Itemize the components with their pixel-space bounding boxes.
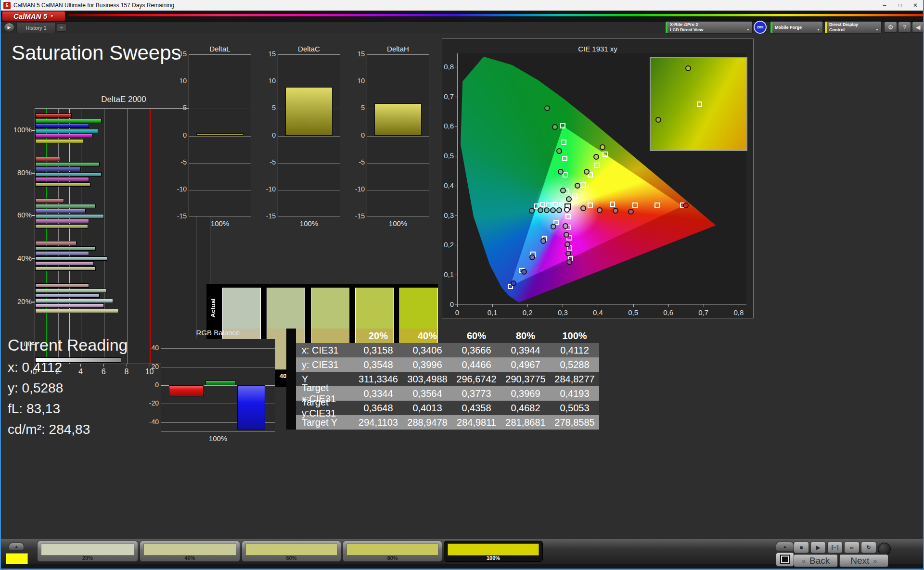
calman-logo-button[interactable]: CalMAN 5 ▼ (2, 11, 65, 21)
level-button-80%[interactable]: 80% (343, 541, 442, 562)
deltae-bar (35, 293, 100, 298)
target-point-green (561, 139, 566, 145)
y-tick-label: 0,1 (442, 270, 454, 279)
rgb-balance-title: RGB Balance (161, 329, 275, 337)
group-label: 80% (11, 168, 32, 177)
row-label: Target y:CIE31 (296, 397, 354, 419)
back-button[interactable]: « Back (794, 554, 838, 567)
axis-tick (455, 215, 457, 216)
deltae-bar (35, 224, 88, 228)
measured-point-yellow (600, 144, 605, 150)
target-point-cyan (559, 203, 564, 208)
axis-tick (704, 304, 704, 307)
level-button-100%[interactable]: 100% (444, 541, 543, 562)
actual-swatch (267, 288, 305, 329)
axis-tick (455, 186, 457, 186)
measured-point-magenta (566, 259, 572, 265)
rgb-bar (237, 385, 265, 430)
table-cell: 0,3548 (354, 359, 403, 370)
next-button[interactable]: Next » (839, 554, 888, 567)
row-label: y: CIE31 (296, 359, 354, 370)
x-tick-label: 0,3 (554, 308, 571, 317)
inset-measured-point (655, 117, 661, 123)
source-selector[interactable]: Mobile Forge ▼ (770, 21, 823, 34)
table-cell: 0,3996 (403, 359, 452, 370)
table-cell: 0,3344 (354, 388, 403, 399)
workflow-nav-button[interactable]: ▶ (4, 23, 14, 32)
x-tick-label: 0,7 (695, 308, 712, 317)
table-cell: 0,4682 (501, 403, 550, 414)
refresh-button[interactable]: ↻ (861, 542, 876, 553)
axis-tick (80, 364, 81, 367)
y-tick-label: -10 (175, 185, 187, 193)
continuous-measure-button[interactable]: ∞ (844, 542, 860, 553)
deltal-chart: DeltaL 100% 151050-5-10-15 (175, 41, 255, 228)
deltah-title: DeltaH (367, 45, 429, 53)
current-reading-title: Current Reading (8, 336, 128, 355)
reference-line (46, 109, 47, 364)
axis-tick (633, 304, 634, 307)
tab-history-1[interactable]: History 1 (16, 22, 56, 33)
stop-button[interactable]: ■ (794, 542, 809, 553)
help-button[interactable]: ? (898, 22, 911, 33)
gridline (173, 109, 173, 364)
level-label: 60% (242, 555, 341, 561)
axis-tick (563, 304, 563, 307)
y-tick-label: 0,4 (442, 181, 454, 190)
collapse-up-button[interactable]: ▲ (9, 543, 24, 550)
collapse-panel-button[interactable]: ◀ (912, 22, 924, 33)
deltah-plot (367, 54, 429, 216)
gridline (189, 82, 251, 82)
y-tick-label: -15 (175, 212, 187, 220)
deltae-bar (35, 114, 72, 118)
target-point-red (654, 203, 660, 208)
rgb-balance-chart: RGB Balance 100% 40200-20-40 (145, 329, 285, 446)
y-tick-label: -20 (145, 399, 159, 407)
deltae-bar (35, 209, 86, 213)
close-button[interactable]: ✕ (908, 0, 923, 11)
axis-tick (32, 215, 35, 216)
target-point-red (610, 202, 615, 207)
transport-collapse-button[interactable]: ▲ (776, 542, 794, 551)
maximize-button[interactable]: □ (892, 0, 908, 11)
table-cell: 284,9811 (452, 417, 501, 428)
axis-tick (527, 304, 528, 307)
reference-line (150, 109, 151, 364)
collapse-left-icon: ◀ (916, 24, 921, 31)
gridline (161, 367, 275, 367)
gridline (58, 109, 59, 364)
meter-count-badge: 209 (754, 21, 767, 34)
deltae-bar (35, 256, 107, 261)
display-control-selector[interactable]: Direct Display Control ▼ (824, 21, 882, 34)
table-cell: 278,8585 (550, 417, 599, 428)
axis-tick (455, 97, 457, 97)
row-nub (286, 357, 296, 372)
level-button-20%[interactable]: 20% (37, 541, 138, 562)
y-tick-label: 0,6 (442, 122, 454, 130)
level-button-40%[interactable]: 40% (140, 541, 240, 562)
y-tick-label: 10 (353, 77, 365, 85)
up-arrow-icon: ▲ (14, 545, 18, 549)
table-cell: 0,3648 (354, 403, 403, 414)
table-cell: 296,6742 (452, 374, 501, 385)
minimize-button[interactable]: – (877, 0, 892, 11)
deltae-bar (35, 129, 98, 133)
play-button[interactable]: ▶ (810, 542, 826, 553)
axis-tick (32, 258, 35, 259)
level-button-60%[interactable]: 60% (242, 541, 341, 562)
meter-selector[interactable]: X-Rite i1Pro 2 LCD Direct View ▼ (665, 21, 753, 34)
x-tick-label: 0,1 (484, 308, 501, 317)
y-tick-label: 0 (264, 131, 276, 139)
deltae-bar (35, 304, 104, 308)
stop-large-button[interactable] (776, 552, 794, 567)
axis-tick (455, 304, 457, 305)
add-tab-button[interactable]: + (57, 24, 66, 32)
measure-range-button[interactable]: [··] (827, 542, 843, 553)
measured-point-cyan (550, 207, 556, 213)
y-tick-label: 0,5 (442, 152, 454, 160)
gear-icon: ⚙ (888, 24, 894, 31)
x-tick-label: 0,8 (730, 308, 747, 317)
measured-point-red (683, 203, 689, 208)
settings-button[interactable]: ⚙ (884, 22, 897, 33)
x-tick-label: 0,4 (589, 308, 606, 317)
